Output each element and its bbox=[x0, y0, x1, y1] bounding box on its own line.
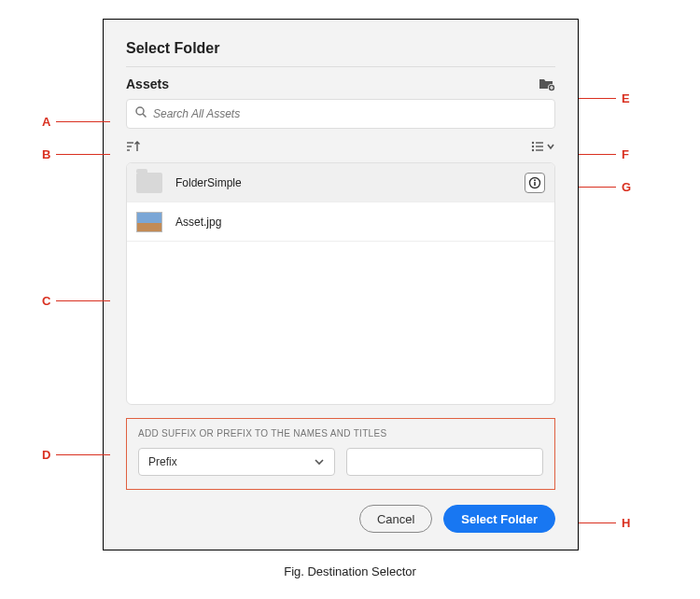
suffix-panel-title: ADD SUFFIX OR PREFIX TO THE NAMES AND TI… bbox=[138, 428, 543, 439]
assets-label: Assets bbox=[126, 77, 169, 91]
svg-line-3 bbox=[143, 114, 147, 118]
sort-icon[interactable] bbox=[126, 140, 141, 153]
svg-point-2 bbox=[136, 107, 144, 115]
figure-caption: Fig. Destination Selector bbox=[0, 564, 700, 578]
callout-G: G bbox=[579, 180, 631, 194]
list-item-asset[interactable]: Asset.jpg bbox=[127, 202, 554, 242]
new-folder-icon[interactable] bbox=[539, 77, 555, 91]
view-switcher-icon[interactable] bbox=[531, 140, 555, 153]
search-icon bbox=[134, 105, 147, 122]
divider bbox=[126, 66, 555, 67]
svg-point-9 bbox=[532, 146, 534, 147]
folder-icon bbox=[136, 173, 162, 193]
search-input[interactable] bbox=[153, 107, 547, 120]
list-item-label: FolderSimple bbox=[175, 176, 525, 189]
suffix-prefix-panel: ADD SUFFIX OR PREFIX TO THE NAMES AND TI… bbox=[126, 418, 555, 490]
info-button[interactable] bbox=[525, 173, 545, 193]
image-thumbnail bbox=[136, 212, 162, 232]
suffix-input[interactable] bbox=[346, 448, 543, 476]
svg-point-14 bbox=[534, 179, 536, 181]
assets-header: Assets bbox=[126, 77, 555, 91]
toolbar bbox=[126, 140, 555, 153]
cancel-button[interactable]: Cancel bbox=[359, 505, 432, 533]
callout-D: D bbox=[42, 448, 110, 462]
callout-B: B bbox=[42, 147, 110, 161]
list-item-folder[interactable]: FolderSimple bbox=[127, 163, 554, 202]
prefix-select[interactable]: Prefix bbox=[138, 448, 335, 476]
callout-A: A bbox=[42, 115, 110, 129]
prefix-select-value: Prefix bbox=[148, 455, 177, 468]
svg-point-11 bbox=[532, 149, 534, 151]
file-list: FolderSimple Asset.jpg bbox=[126, 162, 555, 405]
svg-point-7 bbox=[532, 142, 534, 144]
dialog-title: Select Folder bbox=[126, 40, 555, 57]
callout-F: F bbox=[579, 147, 629, 161]
dialog-frame: Select Folder Assets bbox=[103, 19, 579, 550]
search-field[interactable] bbox=[126, 99, 555, 129]
callout-C: C bbox=[42, 294, 110, 308]
list-item-label: Asset.jpg bbox=[175, 216, 545, 229]
info-icon bbox=[528, 176, 541, 189]
callout-E: E bbox=[579, 91, 630, 105]
callout-H: H bbox=[579, 516, 630, 530]
footer: Cancel Select Folder bbox=[126, 505, 555, 533]
chevron-down-icon bbox=[314, 455, 325, 468]
select-folder-button[interactable]: Select Folder bbox=[443, 505, 555, 533]
